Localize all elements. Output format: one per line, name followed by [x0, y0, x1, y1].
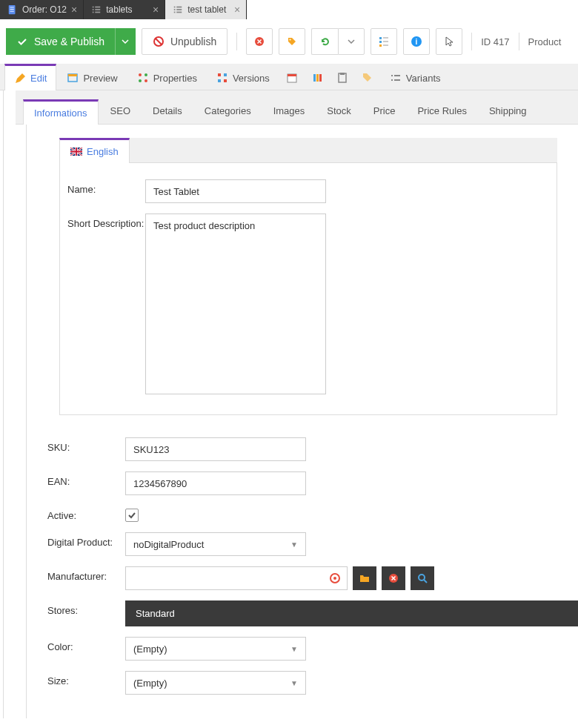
- toolbar: Save & Publish Unpublish i ID 417 Produc…: [0, 19, 578, 64]
- svg-rect-37: [224, 79, 227, 82]
- svg-rect-22: [379, 44, 382, 47]
- rename-button[interactable]: [279, 28, 305, 55]
- lang-tab-english[interactable]: English: [59, 138, 130, 163]
- tab-label: Properties: [153, 73, 197, 84]
- svg-line-54: [424, 580, 427, 583]
- clipboard-icon: [336, 72, 348, 84]
- subtab-informations[interactable]: Informations: [23, 99, 99, 125]
- reload-dropdown[interactable]: [338, 28, 365, 55]
- doc-tab-label: tablets: [106, 4, 148, 15]
- name-input[interactable]: [145, 179, 326, 203]
- reload-button[interactable]: [311, 28, 338, 55]
- stores-label: Stores:: [47, 600, 125, 616]
- svg-rect-6: [93, 9, 94, 10]
- svg-rect-21: [379, 41, 382, 43]
- delete-icon: [253, 36, 265, 47]
- list-icon: [173, 4, 183, 15]
- cursor-button[interactable]: [436, 28, 462, 55]
- svg-rect-7: [95, 9, 100, 10]
- tab-preview[interactable]: Preview: [58, 64, 126, 90]
- svg-point-19: [290, 39, 291, 41]
- size-select[interactable]: (Empty) ▼: [125, 671, 306, 695]
- check-icon: [16, 36, 28, 47]
- svg-rect-12: [174, 9, 176, 10]
- unpublish-button[interactable]: Unpublish: [142, 28, 227, 55]
- document-tabs: Order: O12 × tablets × test tablet ×: [0, 0, 578, 19]
- tab-label: Variants: [406, 73, 441, 84]
- content-area: Informations SEO Details Categories Imag…: [3, 90, 578, 718]
- tab-clipboard[interactable]: [330, 64, 354, 90]
- short-desc-input[interactable]: Test product description: [145, 214, 326, 394]
- close-icon[interactable]: ×: [71, 4, 77, 15]
- svg-point-53: [419, 575, 425, 580]
- subtab-price[interactable]: Price: [363, 99, 406, 124]
- search-button[interactable]: [411, 566, 434, 590]
- subtab-shipping[interactable]: Shipping: [479, 99, 537, 124]
- caret-down-icon: [122, 39, 129, 44]
- cursor-icon: [443, 36, 455, 47]
- tree-icon: [378, 36, 390, 47]
- subtab-details[interactable]: Details: [142, 99, 193, 124]
- digital-select[interactable]: noDigitalProduct ▼: [125, 532, 306, 556]
- close-icon[interactable]: ×: [234, 4, 240, 15]
- active-label: Active:: [47, 506, 125, 521]
- svg-line-17: [156, 39, 162, 44]
- folder-icon: [359, 572, 371, 584]
- svg-rect-23: [383, 37, 388, 39]
- svg-rect-9: [95, 12, 100, 13]
- color-select[interactable]: (Empty) ▼: [125, 637, 306, 661]
- svg-rect-41: [316, 74, 319, 82]
- tab-notes[interactable]: [305, 64, 329, 90]
- ean-label: EAN:: [47, 471, 125, 487]
- subtab-seo[interactable]: SEO: [100, 99, 141, 124]
- tab-schedule[interactable]: [280, 64, 304, 90]
- ean-input[interactable]: [125, 471, 306, 495]
- subtab-price-rules[interactable]: Price Rules: [407, 99, 476, 124]
- doc-tab-test-tablet[interactable]: test tablet ×: [165, 0, 247, 19]
- tab-properties[interactable]: Properties: [128, 64, 206, 90]
- active-checkbox[interactable]: [125, 509, 139, 522]
- tab-variants[interactable]: Variants: [381, 64, 450, 90]
- subtab-categories[interactable]: Categories: [194, 99, 262, 124]
- close-icon[interactable]: ×: [153, 4, 159, 15]
- separator: [236, 33, 237, 50]
- tab-edit[interactable]: Edit: [4, 64, 56, 90]
- tag-icon: [286, 36, 298, 47]
- svg-rect-34: [218, 73, 221, 76]
- svg-rect-10: [174, 7, 176, 8]
- form-panel: English Name: Short Description: Test pr…: [26, 125, 578, 718]
- svg-point-51: [333, 577, 336, 580]
- size-label: Size:: [47, 671, 125, 686]
- sku-input[interactable]: [125, 437, 306, 461]
- target-icon: [329, 572, 341, 584]
- folder-button[interactable]: [353, 566, 376, 590]
- versions-icon: [216, 72, 228, 84]
- info-button[interactable]: i: [403, 28, 430, 55]
- size-value: (Empty): [133, 678, 167, 689]
- delete-button[interactable]: [246, 28, 273, 55]
- svg-rect-36: [218, 79, 221, 82]
- stores-value[interactable]: Standard: [125, 600, 578, 626]
- manufacturer-input[interactable]: [125, 566, 348, 590]
- doc-tab-order[interactable]: Order: O12 ×: [0, 0, 84, 19]
- tree-button[interactable]: [371, 28, 397, 55]
- separator: [471, 33, 472, 50]
- prohibit-icon: [153, 36, 165, 47]
- svg-rect-1: [10, 7, 14, 8]
- name-label: Name:: [67, 179, 145, 195]
- doc-tab-label: test tablet: [187, 4, 230, 15]
- product-label: Product: [528, 36, 562, 47]
- tab-versions[interactable]: Versions: [207, 64, 279, 90]
- subtab-images[interactable]: Images: [263, 99, 316, 124]
- save-publish-button[interactable]: Save & Publish: [6, 28, 136, 55]
- remove-icon: [388, 572, 399, 584]
- save-dropdown-caret[interactable]: [115, 28, 136, 55]
- svg-rect-14: [174, 12, 176, 13]
- remove-button[interactable]: [382, 566, 405, 590]
- subtab-stock[interactable]: Stock: [316, 99, 362, 124]
- svg-rect-4: [93, 7, 94, 8]
- doc-tab-tablets[interactable]: tablets ×: [84, 0, 165, 19]
- tab-tags[interactable]: [356, 64, 379, 90]
- list-icon: [91, 4, 102, 15]
- caret-down-icon: [348, 39, 355, 44]
